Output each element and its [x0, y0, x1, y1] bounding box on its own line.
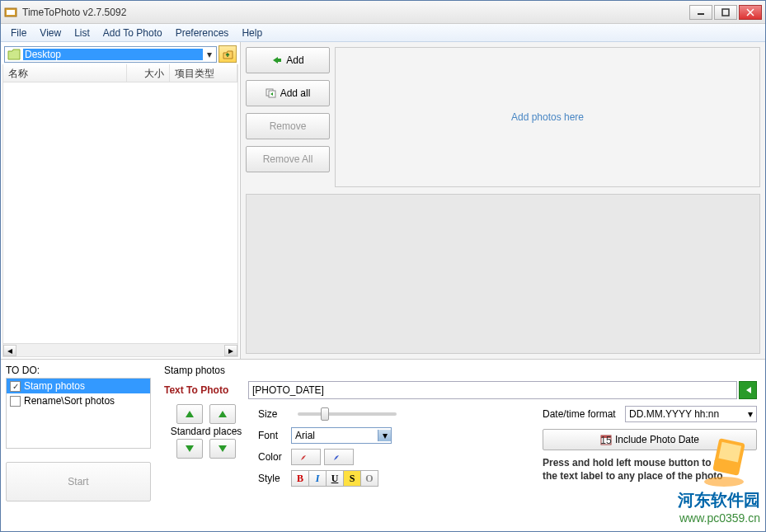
- svg-marker-10: [746, 387, 751, 393]
- menu-list[interactable]: List: [68, 26, 96, 40]
- menu-bar: File View List Add To Photo Preferences …: [1, 24, 765, 42]
- font-combo[interactable]: Arial ▾: [291, 427, 392, 444]
- watermark-url: www.pc0359.cn: [678, 511, 760, 525]
- add-button[interactable]: Add: [246, 47, 330, 73]
- svg-marker-11: [186, 411, 194, 417]
- text-to-photo-input[interactable]: [PHOTO_DATE]: [248, 381, 737, 399]
- column-type[interactable]: 项目类型: [170, 64, 237, 82]
- app-icon: [4, 6, 17, 19]
- todo-item-rename[interactable]: Rename\Sort photos: [7, 393, 150, 408]
- menu-help[interactable]: Help: [235, 26, 269, 40]
- outline-button[interactable]: O: [360, 470, 378, 487]
- folder-up-button[interactable]: [219, 45, 237, 63]
- preview-area: [246, 194, 760, 354]
- scroll-left-icon[interactable]: ◂: [3, 345, 16, 356]
- size-slider[interactable]: [298, 412, 397, 416]
- add-icon: [271, 55, 283, 65]
- todo-list[interactable]: ✓ Stamp photos Rename\Sort photos: [6, 378, 151, 449]
- path-combo[interactable]: Desktop ▾: [4, 46, 217, 63]
- menu-file[interactable]: File: [4, 26, 33, 40]
- checkbox-icon[interactable]: ✓: [10, 381, 21, 392]
- file-list-header: 名称 大小 项目类型: [2, 64, 238, 82]
- svg-point-20: [704, 477, 744, 487]
- menu-preferences[interactable]: Preferences: [169, 26, 236, 40]
- maximize-button[interactable]: [714, 5, 737, 20]
- svg-text:15: 15: [600, 435, 612, 445]
- menu-add-to-photo[interactable]: Add To Photo: [96, 26, 169, 40]
- chevron-down-icon[interactable]: ▾: [745, 408, 756, 420]
- svg-marker-14: [219, 445, 227, 452]
- slider-thumb[interactable]: [321, 407, 329, 421]
- path-value: Desktop: [23, 49, 203, 60]
- chevron-down-icon[interactable]: ▾: [203, 49, 216, 60]
- folder-up-icon: [222, 49, 233, 60]
- todo-pane: TO DO: ✓ Stamp photos Rename\Sort photos…: [1, 360, 156, 530]
- shadow-color-button[interactable]: [324, 449, 354, 465]
- stamp-panel: Stamp photos Text To Photo [PHOTO_DATE] …: [156, 360, 765, 530]
- watermark: 河东软件园 www.pc0359.cn: [678, 489, 760, 525]
- strike-button[interactable]: S: [343, 470, 361, 487]
- insert-token-button[interactable]: [739, 381, 757, 399]
- position-down-right-button[interactable]: [209, 439, 236, 459]
- text-to-photo-label: Text To Photo: [164, 384, 248, 396]
- arrow-left-icon: [743, 386, 753, 394]
- underline-button[interactable]: U: [326, 470, 344, 487]
- todo-item-stamp[interactable]: ✓ Stamp photos: [7, 379, 150, 393]
- style-label: Style: [258, 473, 291, 484]
- title-bar: TimeToPhoto v2.7.5092: [1, 1, 765, 24]
- add-all-button[interactable]: Add all: [246, 80, 330, 106]
- file-browser-pane: Desktop ▾ 名称 大小 项目类型 ◂ ▸: [1, 42, 241, 359]
- svg-rect-1: [7, 10, 15, 15]
- remove-all-button[interactable]: Remove All: [246, 146, 330, 172]
- column-size[interactable]: 大小: [127, 64, 170, 82]
- menu-view[interactable]: View: [33, 26, 68, 40]
- drop-hint-text: Add photos here: [511, 111, 584, 123]
- size-label: Size: [258, 408, 291, 420]
- start-button[interactable]: Start: [6, 462, 151, 501]
- svg-rect-3: [722, 9, 729, 16]
- folder-icon: [7, 49, 21, 60]
- scroll-right-icon[interactable]: ▸: [224, 345, 237, 356]
- checkbox-icon[interactable]: [10, 396, 21, 407]
- svg-marker-13: [186, 445, 194, 452]
- position-up-right-button[interactable]: [209, 404, 236, 424]
- minimize-button[interactable]: [689, 5, 712, 20]
- date-format-label: Date/time format: [543, 408, 625, 420]
- column-name[interactable]: 名称: [3, 64, 127, 82]
- chevron-down-icon[interactable]: ▾: [378, 430, 391, 441]
- standard-places-label: Standard places: [164, 426, 248, 437]
- watermark-text: 河东软件园: [678, 489, 760, 511]
- font-label: Font: [258, 430, 291, 441]
- color-label: Color: [258, 451, 291, 463]
- bold-button[interactable]: B: [291, 470, 309, 487]
- watermark-graphic: [699, 432, 757, 490]
- date-format-combo[interactable]: DD.MM.YYYY hh:nn ▾: [625, 406, 757, 422]
- position-up-left-button[interactable]: [176, 404, 203, 424]
- paint-icon: [299, 452, 313, 462]
- horizontal-scrollbar[interactable]: ◂ ▸: [2, 344, 238, 357]
- paint-icon: [332, 452, 345, 462]
- calendar-icon: 15: [600, 434, 612, 445]
- stamp-title: Stamp photos: [164, 365, 757, 376]
- position-down-left-button[interactable]: [176, 439, 203, 459]
- file-list[interactable]: [2, 82, 238, 344]
- remove-button[interactable]: Remove: [246, 113, 330, 139]
- photo-drop-area[interactable]: Add photos here: [335, 47, 760, 187]
- todo-label: TO DO:: [6, 365, 151, 376]
- italic-button[interactable]: I: [308, 470, 327, 487]
- svg-marker-6: [273, 57, 281, 64]
- add-all-icon: [266, 88, 277, 98]
- photo-pane: Add Add all Remove Remove All Add photos…: [241, 42, 765, 359]
- svg-marker-12: [219, 411, 227, 417]
- text-color-button[interactable]: [291, 449, 321, 465]
- window-title: TimeToPhoto v2.7.5092: [22, 7, 689, 18]
- close-button[interactable]: [739, 5, 762, 20]
